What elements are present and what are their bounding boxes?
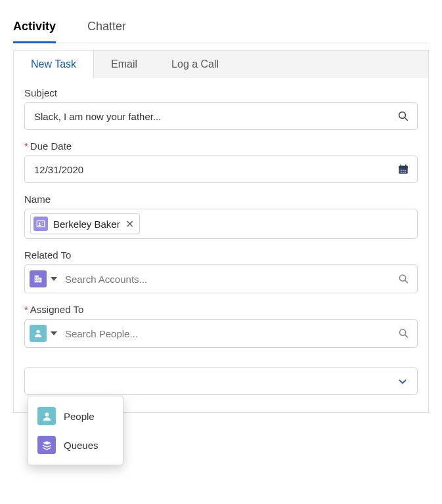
related-to-input[interactable] <box>61 266 417 292</box>
svg-point-10 <box>403 172 404 173</box>
svg-rect-23 <box>37 280 37 281</box>
svg-rect-18 <box>35 277 36 278</box>
assigned-to-type-menu: People Queues <box>28 396 123 426</box>
svg-point-9 <box>401 172 402 173</box>
subject-label: Subject <box>24 87 418 98</box>
svg-rect-4 <box>401 165 402 167</box>
svg-rect-20 <box>35 278 36 279</box>
svg-point-13 <box>39 222 41 224</box>
search-icon[interactable] <box>397 110 409 122</box>
field-assigned-to: Assigned To <box>24 304 418 348</box>
svg-point-8 <box>405 170 406 171</box>
person-icon <box>30 325 47 342</box>
assigned-to-label: Assigned To <box>24 304 418 315</box>
name-pill-label: Berkeley Baker <box>53 219 120 230</box>
field-related-to: Related To <box>24 249 418 293</box>
search-icon[interactable] <box>398 274 409 285</box>
svg-rect-22 <box>35 280 36 281</box>
svg-line-27 <box>405 280 408 283</box>
svg-line-30 <box>405 335 408 337</box>
svg-rect-12 <box>37 220 45 226</box>
subtab-log-call[interactable]: Log a Call <box>154 51 236 78</box>
sub-tabs: New Task Email Log a Call <box>13 50 429 78</box>
svg-rect-24 <box>39 279 40 280</box>
field-due-date: Due Date <box>24 140 418 183</box>
subtab-email[interactable]: Email <box>94 51 154 78</box>
svg-rect-3 <box>399 166 408 169</box>
due-date-label: Due Date <box>24 140 418 152</box>
person-icon <box>37 407 56 425</box>
tab-chatter[interactable]: Chatter <box>87 13 138 43</box>
new-task-form: Subject Due Date Name <box>13 78 429 413</box>
account-icon <box>30 270 47 287</box>
svg-point-7 <box>403 170 404 171</box>
svg-rect-16 <box>35 276 39 283</box>
name-label: Name <box>24 194 418 205</box>
svg-point-6 <box>401 170 402 171</box>
obscured-required-label <box>24 358 418 364</box>
hidden-select-button[interactable] <box>24 368 418 395</box>
field-subject: Subject <box>24 87 418 130</box>
svg-point-28 <box>36 330 39 333</box>
subtab-new-task[interactable]: New Task <box>14 51 94 78</box>
svg-point-0 <box>399 112 406 119</box>
calendar-icon[interactable] <box>397 163 409 175</box>
related-to-type-picker[interactable] <box>27 267 61 291</box>
svg-point-29 <box>399 329 405 335</box>
assigned-to-input[interactable] <box>61 321 417 346</box>
search-icon[interactable] <box>398 328 409 339</box>
tab-activity[interactable]: Activity <box>13 13 68 43</box>
name-pill[interactable]: Berkeley Baker ✕ <box>30 213 140 234</box>
due-date-input[interactable] <box>25 157 417 182</box>
svg-point-31 <box>45 412 49 416</box>
svg-rect-19 <box>37 277 37 278</box>
svg-point-26 <box>399 275 405 281</box>
field-hidden-select <box>24 368 418 395</box>
assigned-to-type-picker[interactable] <box>27 322 61 345</box>
svg-rect-21 <box>37 278 37 279</box>
svg-rect-17 <box>39 278 41 282</box>
svg-point-11 <box>405 172 406 173</box>
menu-item-label: People <box>64 411 95 422</box>
chevron-down-icon <box>51 277 57 281</box>
related-to-label: Related To <box>24 249 418 261</box>
field-name: Name Berkeley Baker ✕ <box>24 194 418 239</box>
svg-line-1 <box>405 117 408 121</box>
contact-icon <box>33 217 48 231</box>
subject-input[interactable] <box>25 104 417 129</box>
close-icon[interactable]: ✕ <box>125 218 134 230</box>
chevron-down-icon <box>399 375 407 387</box>
svg-rect-25 <box>39 280 40 281</box>
menu-item-people[interactable]: People <box>28 402 123 426</box>
chevron-down-icon <box>51 331 57 335</box>
top-tabs: Activity Chatter <box>13 13 429 43</box>
svg-rect-5 <box>405 165 407 167</box>
